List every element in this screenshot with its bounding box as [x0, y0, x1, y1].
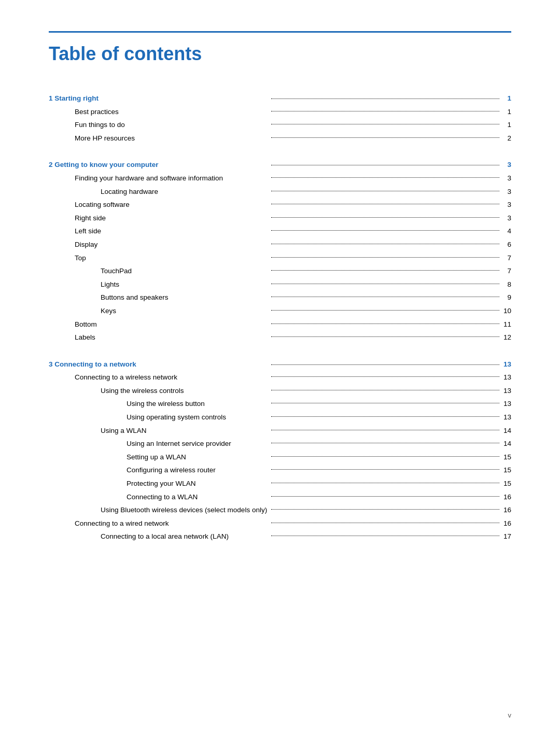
- toc-dots: [269, 424, 501, 438]
- toc-entry-label: Connecting to a wireless network: [49, 371, 269, 384]
- toc-dots: [269, 318, 501, 331]
- toc-entry-label: Locating hardware: [49, 185, 269, 199]
- toc-row: Locating hardware3: [49, 185, 511, 199]
- toc-row: TouchPad7: [49, 264, 511, 278]
- toc-dots: [269, 132, 501, 145]
- toc-row: Using a WLAN14: [49, 424, 511, 438]
- footer-page: v: [508, 711, 512, 719]
- toc-row: Buttons and speakers9: [49, 291, 511, 304]
- toc-row: Lights8: [49, 278, 511, 291]
- toc-page-number: 13: [501, 384, 511, 398]
- toc-page-number: 7: [501, 251, 511, 265]
- toc-row[interactable]: 2 Getting to know your computer3: [49, 152, 511, 172]
- section-title: 1 Starting right: [49, 86, 269, 105]
- toc-entry-label: Best practices: [49, 105, 269, 119]
- toc-page-number: 3: [501, 152, 511, 172]
- toc-row: Connecting to a wired network16: [49, 517, 511, 530]
- toc-row: Configuring a wireless router15: [49, 463, 511, 477]
- toc-page-number: 14: [501, 424, 511, 438]
- toc-dots: [269, 224, 501, 238]
- toc-page-number: 3: [501, 185, 511, 199]
- toc-page-number: 4: [501, 224, 511, 238]
- toc-entry-label: Using operating system controls: [49, 411, 269, 424]
- toc-page-number: 16: [501, 490, 511, 504]
- toc-page-number: 13: [501, 397, 511, 411]
- toc-row: Bottom11: [49, 318, 511, 331]
- toc-dots: [269, 251, 501, 265]
- toc-page-number: 11: [501, 318, 511, 331]
- toc-entry-label: Connecting to a wired network: [49, 517, 269, 530]
- toc-page-number: 12: [501, 331, 511, 344]
- toc-dots: [269, 352, 501, 371]
- toc-page-number: 17: [501, 530, 511, 543]
- toc-entry-label: Using a WLAN: [49, 424, 269, 438]
- toc-entry-label: Keys: [49, 304, 269, 318]
- toc-dots: [269, 152, 501, 172]
- toc-row[interactable]: 1 Starting right1: [49, 86, 511, 105]
- toc-dots: [269, 264, 501, 278]
- toc-row: Labels12: [49, 331, 511, 344]
- toc-dots: [269, 291, 501, 304]
- toc-row: Fun things to do1: [49, 118, 511, 132]
- toc-page-number: 10: [501, 304, 511, 318]
- toc-page-number: 15: [501, 451, 511, 464]
- toc-page-number: 14: [501, 437, 511, 451]
- toc-page-number: 1: [501, 105, 511, 119]
- toc-row: Using the wireless button13: [49, 397, 511, 411]
- toc-row: Using an Internet service provider14: [49, 437, 511, 451]
- toc-page-number: 13: [501, 371, 511, 384]
- toc-entry-label: Right side: [49, 212, 269, 225]
- toc-row: Finding your hardware and software infor…: [49, 172, 511, 185]
- toc-dots: [269, 118, 501, 132]
- toc-dots: [269, 384, 501, 398]
- toc-row: More HP resources2: [49, 132, 511, 145]
- toc-row: Right side3: [49, 212, 511, 225]
- section-title: 2 Getting to know your computer: [49, 152, 269, 172]
- top-border: [49, 31, 511, 33]
- toc-dots: [269, 490, 501, 504]
- toc-entry-label: TouchPad: [49, 264, 269, 278]
- toc-dots: [269, 371, 501, 384]
- toc-row: Using operating system controls13: [49, 411, 511, 424]
- toc-dots: [269, 331, 501, 344]
- toc-row: Locating software3: [49, 198, 511, 212]
- toc-entry-label: Buttons and speakers: [49, 291, 269, 304]
- toc-dots: [269, 212, 501, 225]
- toc-page-number: 15: [501, 477, 511, 490]
- toc-row[interactable]: 3 Connecting to a network13: [49, 352, 511, 371]
- toc-dots: [269, 105, 501, 119]
- toc-row: Setting up a WLAN15: [49, 451, 511, 464]
- toc-page-number: 16: [501, 503, 511, 517]
- toc-page-number: 1: [501, 118, 511, 132]
- toc-row: Best practices1: [49, 105, 511, 119]
- toc-dots: [269, 397, 501, 411]
- toc-page-number: 3: [501, 198, 511, 212]
- toc-page-number: 16: [501, 517, 511, 530]
- toc-page-number: 9: [501, 291, 511, 304]
- toc-entry-label: Connecting to a local area network (LAN): [49, 530, 269, 543]
- toc-dots: [269, 451, 501, 464]
- toc-entry-label: Protecting your WLAN: [49, 477, 269, 490]
- toc-dots: [269, 411, 501, 424]
- toc-page-number: 2: [501, 132, 511, 145]
- toc-dots: [269, 198, 501, 212]
- toc-page-number: 6: [501, 238, 511, 251]
- toc-row: Connecting to a local area network (LAN)…: [49, 530, 511, 543]
- toc-dots: [269, 238, 501, 251]
- toc-entry-label: Labels: [49, 331, 269, 344]
- toc-entry-label: Using the wireless controls: [49, 384, 269, 398]
- toc-entry-label: Using an Internet service provider: [49, 437, 269, 451]
- toc-entry-label: Using Bluetooth wireless devices (select…: [49, 503, 269, 517]
- toc-dots: [269, 185, 501, 199]
- toc-entry-label: Locating software: [49, 198, 269, 212]
- toc-row: Display6: [49, 238, 511, 251]
- toc-page-number: 3: [501, 212, 511, 225]
- toc-dots: [269, 477, 501, 490]
- toc-dots: [269, 86, 501, 105]
- toc-dots: [269, 530, 501, 543]
- toc-row: Connecting to a wireless network13: [49, 371, 511, 384]
- toc-spacer: [49, 145, 511, 152]
- toc-row: Protecting your WLAN15: [49, 477, 511, 490]
- toc-page-number: 13: [501, 352, 511, 371]
- toc-table: 1 Starting right1Best practices1Fun thin…: [49, 86, 511, 543]
